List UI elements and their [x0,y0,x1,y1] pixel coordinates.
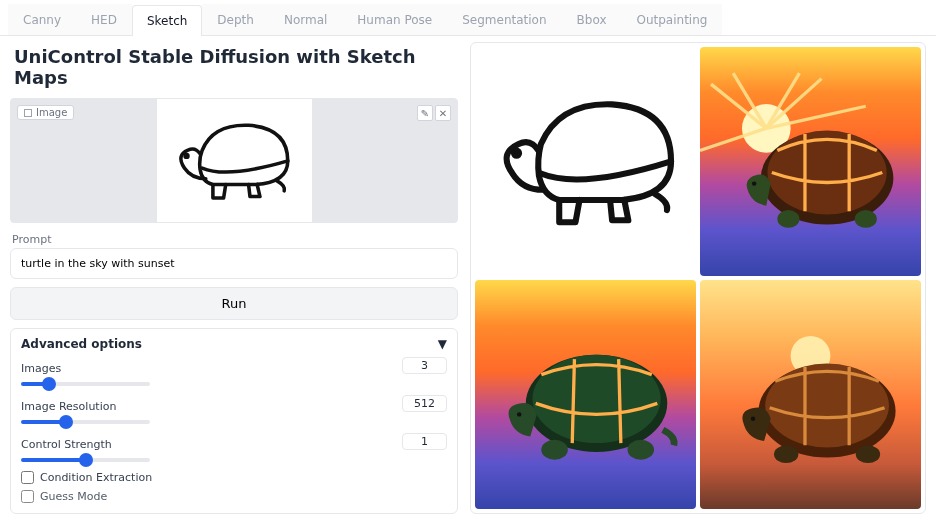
resolution-slider-label: Image Resolution [21,400,116,413]
sketch-preview [157,99,312,222]
prompt-label: Prompt [12,233,456,246]
svg-point-21 [765,364,889,448]
tabs: CannyHEDSketchDepthNormalHuman PoseSegme… [0,0,936,36]
svg-point-1 [514,151,519,156]
svg-point-22 [751,417,755,421]
chevron-down-icon: ▼ [438,337,447,351]
resolution-slider[interactable] [21,420,150,424]
output-4[interactable] [700,280,921,509]
svg-point-24 [856,445,880,463]
tab-segmentation[interactable]: Segmentation [447,4,561,35]
strength-slider[interactable] [21,458,150,462]
output-2[interactable] [700,47,921,276]
condition-extraction-checkbox[interactable]: Condition Extraction [21,471,447,484]
strength-value[interactable]: 1 [402,433,447,450]
output-gallery[interactable] [470,42,926,514]
images-slider[interactable] [21,382,150,386]
svg-point-23 [774,445,798,463]
advanced-options-toggle[interactable]: Advanced options ▼ [21,337,447,351]
resolution-value[interactable]: 512 [402,395,447,412]
svg-point-0 [185,154,188,157]
tab-human-pose[interactable]: Human Pose [342,4,447,35]
svg-point-13 [855,210,877,228]
tab-normal[interactable]: Normal [269,4,342,35]
close-icon[interactable]: ✕ [435,105,451,121]
tab-canny[interactable]: Canny [8,4,76,35]
image-tag: Image [17,105,74,120]
edit-icon[interactable]: ✎ [417,105,433,121]
svg-point-10 [767,131,886,215]
images-value[interactable]: 3 [402,357,447,374]
tab-hed[interactable]: HED [76,4,132,35]
svg-point-17 [541,440,568,460]
tab-depth[interactable]: Depth [202,4,269,35]
guess-mode-checkbox[interactable]: Guess Mode [21,490,447,503]
prompt-input[interactable] [10,248,458,279]
strength-slider-label: Control Strength [21,438,112,451]
tab-outpainting[interactable]: Outpainting [622,4,723,35]
tab-bbox[interactable]: Bbox [562,4,622,35]
svg-point-16 [517,412,521,416]
input-image-box[interactable]: Image ✎ ✕ [10,98,458,223]
svg-point-18 [627,440,654,460]
svg-point-11 [752,181,756,185]
run-button[interactable]: Run [10,287,458,320]
output-3[interactable] [475,280,696,509]
output-1-sketch[interactable] [475,47,696,276]
svg-point-15 [532,355,660,443]
svg-point-12 [777,210,799,228]
images-slider-label: Images [21,362,61,375]
tab-sketch[interactable]: Sketch [132,5,202,36]
page-title: UniControl Stable Diffusion with Sketch … [14,46,458,88]
advanced-options-label: Advanced options [21,337,142,351]
